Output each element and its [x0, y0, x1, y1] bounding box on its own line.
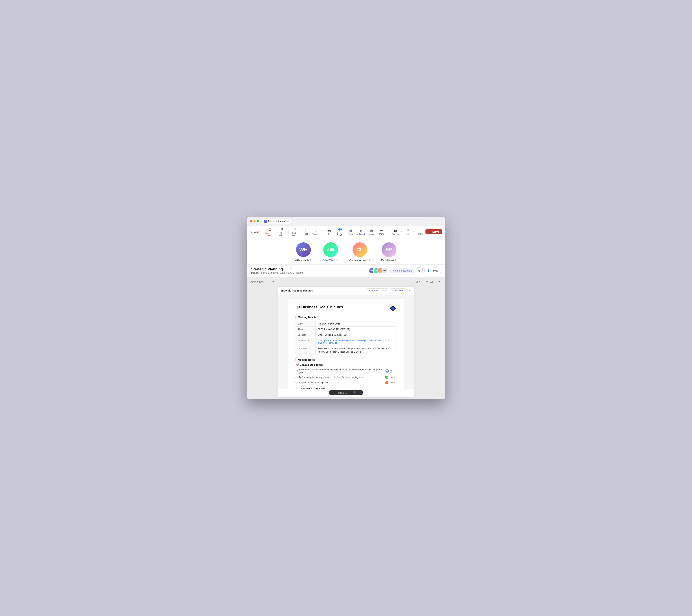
stop-sharing-button[interactable]: ⊡ Stop sharing: [263, 227, 277, 237]
iadam-assistant-button[interactable]: ✦ iAdam assistant: [389, 268, 414, 273]
meeting-settings-button[interactable]: ⚙: [416, 267, 423, 274]
more-icon: •••: [380, 229, 383, 233]
people-button[interactable]: 👥 2 People: [335, 227, 345, 237]
content-more-button[interactable]: •••: [436, 280, 441, 284]
task-avatar-3: CL: [385, 381, 388, 384]
avatar-john: JW: [323, 242, 339, 258]
goals-title: 🎯 Goals & Objectives: [296, 364, 396, 366]
app-tab[interactable]: T Microsoft teams ✕: [261, 219, 291, 224]
zoom-controls: — 🔍 ＋: [349, 391, 360, 394]
doc-panel-header: Strategic Planning Minutes ✉ Send via em…: [278, 287, 414, 295]
mic-icon: 🎙: [406, 229, 410, 233]
meeting-title: Strategic Planning: [251, 267, 283, 271]
more-button[interactable]: ••• More: [377, 228, 386, 236]
meeting-title-area: Strategic Planning ••• ☆ Monday Aug 08, …: [251, 267, 303, 274]
close-window-button[interactable]: [250, 220, 252, 222]
avatar-christopher: CL: [352, 242, 368, 258]
adam-link-value: https://platform.adam.ai/meetings/room? …: [316, 338, 396, 346]
camera-icon: 📷: [393, 229, 397, 233]
time-value: 01:00 PM - 02:00 PM (GMT+02): [316, 327, 396, 332]
task-text-2: Define and prioritize key strategic obje…: [299, 376, 363, 378]
add-content-dropdown-button[interactable]: ▾: [271, 280, 275, 284]
docs-icon: 📄: [296, 388, 298, 389]
tab-close-button[interactable]: ✕: [287, 220, 289, 222]
attendee-tag: Helen Gebson: [331, 351, 345, 353]
add-content-bar: Add content: ＋ ▾ ⊡ (6) ⊕ (10) •••: [251, 280, 441, 284]
location-label: Location: [296, 332, 316, 338]
task-item-3: Steps to avoid strategic pitfalls CL 30 …: [296, 381, 396, 384]
attendee-tag: Jessica Dayton: [346, 351, 361, 353]
meeting-more-button[interactable]: •••: [284, 267, 288, 271]
adam-link-anchor[interactable]: https://platform.adam.ai/meetings/room? …: [318, 339, 389, 344]
participant-name-emily: Emily Parker: [381, 259, 394, 262]
table-row: adam.ai Link https://platform.adam.ai/me…: [296, 338, 396, 346]
share-button[interactable]: ↑ Share: [415, 228, 425, 236]
supporting-docs-title: Supporting Documents:: [300, 388, 326, 389]
pop-out-button[interactable]: ⧉ Pop out: [277, 227, 287, 237]
chat-button[interactable]: 💬 Chat: [325, 228, 334, 236]
participant-emily: EP Emily Parker 🎙: [381, 242, 397, 262]
mic-button[interactable]: 🎙 Mic: [403, 228, 413, 236]
leave-button[interactable]: 📞 Leave: [426, 229, 442, 235]
transfer-button[interactable]: ↗ Transfer: [311, 228, 321, 236]
doc-panel-title: Strategic Planning Minutes: [280, 289, 313, 292]
doc-main-title: Q1 Business Goals Minutes: [296, 305, 343, 309]
mic-off-emily: 🎙: [395, 259, 397, 262]
toolbar-divider-1: [288, 229, 289, 235]
share-icon: ↑: [419, 229, 421, 233]
dial-pad-button[interactable]: ⠿ Dial pad: [290, 227, 300, 237]
meeting-details-header: Meeting Details: [296, 316, 396, 319]
adam-icon: ▶: [360, 229, 362, 233]
attendee-tag: Andrew Chen: [318, 351, 331, 353]
task-circle-1: [296, 370, 298, 372]
avatar-emily: EP: [381, 242, 397, 258]
attendee-tag: William Harris: [318, 347, 331, 350]
meeting-favorite-button[interactable]: ☆: [289, 267, 292, 271]
camera-button-group[interactable]: 📷 Camera ▼: [390, 228, 403, 236]
mic-dropdown-arrow[interactable]: ▼: [413, 231, 415, 233]
zoom-out-button[interactable]: —: [349, 391, 352, 394]
mic-off-christopher: 🎙: [368, 259, 370, 262]
location-value: Office, Building 13, Street 266: [316, 332, 396, 338]
task-avatar-1: WH: [386, 369, 389, 373]
layers-count-button[interactable]: ⊕ (10): [425, 280, 434, 284]
table-row: Attendees William Harris Jogn Wilson Chr…: [296, 346, 396, 355]
email-icon: ✉: [369, 289, 370, 292]
doc-close-button[interactable]: ✕: [408, 289, 412, 292]
avatar-william: WH: [296, 242, 311, 258]
maximize-window-button[interactable]: [257, 220, 259, 222]
tabs-icon: ⊡: [416, 280, 418, 283]
task-circle-2: [296, 376, 298, 378]
toolbar-divider-2: [323, 229, 323, 235]
download-button[interactable]: ↓ Download: [390, 288, 406, 293]
add-content-plus-button[interactable]: ＋: [265, 280, 270, 284]
participant-john: JW John Wilson 🎙: [323, 242, 339, 262]
download-icon: ↓: [392, 289, 393, 292]
camera-dropdown-arrow[interactable]: ▼: [401, 231, 403, 233]
apps-button[interactable]: ⊞ Apps: [367, 228, 376, 236]
date-value: Monday, Aug 08, 2025: [316, 321, 396, 327]
mic-button-group[interactable]: 🎙 Mic ▼: [403, 228, 415, 236]
date-label: Date: [296, 321, 316, 327]
zoom-in-button[interactable]: ＋: [358, 391, 360, 394]
camera-button[interactable]: 📷 Camera: [390, 228, 401, 236]
adam-button[interactable]: ▶ adam.ai: [356, 228, 366, 236]
task-avatar-2: JW: [385, 376, 388, 379]
task-text-3: Steps to avoid strategic pitfalls: [299, 381, 328, 384]
mic-off-john: 🎙: [336, 259, 338, 262]
time-label: Time: [296, 327, 316, 332]
tabs-count-button[interactable]: ⊡ (6): [414, 280, 423, 284]
send-email-button[interactable]: ✉ Send via email: [367, 288, 388, 293]
table-row: Location Office, Building 13, Street 266: [296, 332, 396, 338]
attendees-value: William Harris Jogn Wilson Christopher L…: [316, 346, 396, 355]
attendee-tag: James Deeter: [375, 347, 389, 350]
invite-button[interactable]: 👤+ Invite: [425, 268, 441, 273]
task-time-2: 10 mins: [389, 376, 396, 378]
page-controls: — Page 1 / 2 — 🔍 ＋: [329, 390, 363, 395]
traffic-lights: [250, 220, 259, 222]
hold-button[interactable]: ⏸ Hold: [301, 228, 310, 236]
minimize-window-button[interactable]: [253, 220, 256, 222]
prev-page-button[interactable]: —: [332, 391, 334, 394]
view-button[interactable]: ⊞ View: [346, 228, 355, 236]
doc-footer: — Page 1 / 2 — 🔍 ＋: [278, 389, 414, 397]
